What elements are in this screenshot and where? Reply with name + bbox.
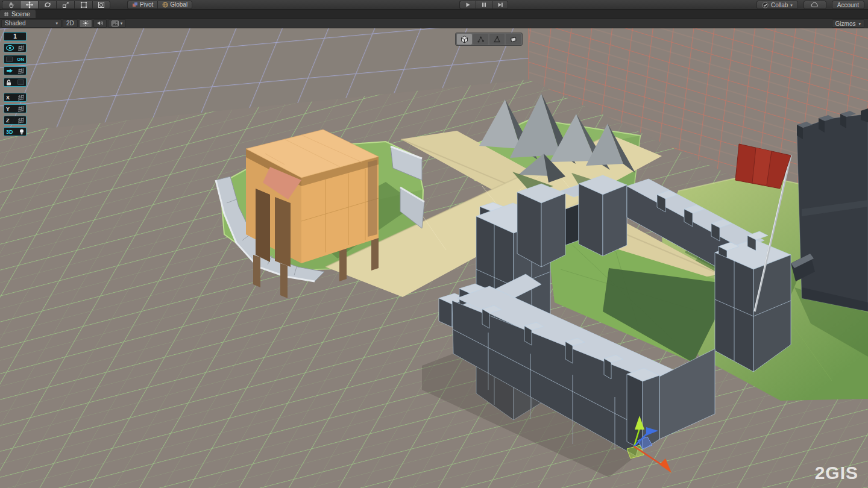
move-tool-button[interactable] (20, 1, 38, 9)
pause-button[interactable] (476, 1, 492, 9)
vertex-mode-icon (477, 36, 485, 43)
pivot-toggle-button[interactable]: Pivot (127, 1, 157, 9)
transform-tool-button[interactable] (92, 1, 110, 9)
snap-value: 1 (13, 33, 17, 40)
pivot-label: Pivot (140, 1, 153, 8)
face-mode-button[interactable] (506, 34, 521, 45)
edge-mode-button[interactable] (489, 34, 505, 45)
toggle-2d-button[interactable]: 2D (63, 19, 78, 28)
bulb-icon (19, 129, 24, 135)
scene-lighting-button[interactable] (79, 19, 92, 28)
cloud-icon (811, 2, 819, 8)
speaker-icon (97, 20, 103, 27)
scene-effects-dropdown[interactable]: ▾ (108, 19, 127, 28)
unity-editor-window: Pivot Global (0, 0, 868, 488)
keep-tower[interactable] (791, 108, 868, 311)
shading-mode-label: Shaded (5, 20, 25, 27)
cloud-button[interactable] (804, 1, 826, 9)
scene-viewport[interactable]: 1 ON (0, 28, 868, 488)
rotate-icon (44, 1, 51, 8)
toggle-2d-label: 2D (66, 20, 74, 27)
scene-3d-render (0, 28, 868, 488)
axis-z-label: Z (6, 117, 10, 124)
axis-y-label: Y (6, 106, 10, 112)
mode-3d-label: 3D (6, 129, 13, 135)
grid-plane-icon (17, 45, 24, 51)
transform-tools (2, 1, 110, 9)
step-icon (497, 2, 503, 8)
progrids-x-axis-button[interactable]: X (4, 93, 27, 102)
move-icon (26, 1, 33, 8)
lock-icon (6, 80, 11, 86)
step-button[interactable] (492, 1, 508, 9)
grid-plane-icon (17, 117, 24, 124)
sun-icon (83, 20, 89, 27)
collab-button[interactable]: Collab ▾ (756, 1, 798, 9)
global-label: Global (170, 1, 187, 8)
progrids-show-grid-button[interactable] (4, 43, 27, 52)
grid-plane-icon (17, 106, 24, 112)
play-icon (465, 2, 471, 8)
scale-icon (62, 1, 69, 8)
account-area: Collab ▾ Account (756, 1, 864, 9)
shading-mode-dropdown[interactable]: Shaded ▾ (1, 19, 61, 28)
transform-tool-icon (98, 1, 105, 8)
account-label: Account (837, 2, 859, 8)
vertex-mode-button[interactable] (473, 34, 488, 45)
edge-mode-icon (493, 36, 501, 43)
object-mode-button[interactable] (457, 34, 472, 45)
main-toolbar: Pivot Global (0, 0, 868, 10)
snap-on-label: ON (17, 57, 24, 62)
hand-icon (8, 1, 15, 8)
progrids-snap-enabled-button[interactable]: ON (4, 55, 27, 64)
global-toggle-button[interactable]: Global (157, 1, 192, 9)
progrids-push-to-grid-button[interactable] (4, 66, 27, 75)
scene-audio-button[interactable] (93, 19, 107, 28)
hand-tool-button[interactable] (2, 1, 20, 9)
eye-icon (6, 45, 14, 51)
gizmos-caret: ▾ (858, 22, 861, 26)
pivot-icon (132, 2, 138, 8)
axis-x-label: X (6, 95, 10, 101)
gizmos-label: Gizmos (835, 20, 856, 27)
progrids-lock-grid-button[interactable] (4, 78, 27, 87)
progrids-toolbar: 1 ON (4, 32, 27, 139)
effects-image-icon (112, 20, 119, 27)
progrids-snap-value-button[interactable]: 1 (4, 32, 27, 41)
push-arrow-icon (6, 68, 13, 74)
collab-caret: ▾ (790, 3, 793, 7)
rect-tool-icon (80, 1, 87, 8)
grid-plane-icon (17, 95, 24, 101)
panel-tab-strip: Scene (0, 10, 868, 19)
face-mode-icon (509, 36, 517, 43)
progrids-y-axis-button[interactable]: Y (4, 104, 27, 113)
rotate-tool-button[interactable] (38, 1, 56, 9)
pivot-toggle-group: Pivot Global (127, 1, 192, 9)
pause-icon (481, 2, 487, 8)
progrids-z-axis-button[interactable]: Z (4, 116, 27, 125)
gizmos-dropdown[interactable]: Gizmos ▾ (832, 19, 864, 28)
grid-plane-icon (17, 68, 24, 74)
effects-caret: ▾ (121, 21, 123, 25)
scene-tab[interactable]: Scene (0, 10, 36, 18)
progrids-3d-mode-button[interactable]: 3D (4, 127, 27, 136)
collab-check-icon (762, 2, 769, 8)
probuilder-mode-toolbar (455, 33, 523, 46)
rect-tool-button[interactable] (74, 1, 92, 9)
scene-tab-icon (4, 11, 9, 17)
collab-label: Collab (771, 2, 788, 8)
shading-caret: ▾ (55, 21, 58, 25)
snap-toggle-box (6, 57, 13, 62)
object-mode-icon (461, 36, 468, 43)
scene-tab-label: Scene (11, 10, 30, 17)
scene-view-toolbar: Shaded ▾ 2D ▾ Gizmos (0, 19, 868, 28)
account-button[interactable]: Account (832, 1, 864, 9)
scale-tool-button[interactable] (56, 1, 74, 9)
play-button[interactable] (459, 1, 476, 9)
play-controls (459, 1, 508, 9)
globe-icon (162, 2, 168, 8)
2gis-watermark: 2GIS (815, 463, 858, 483)
lock-state-box (17, 80, 24, 85)
